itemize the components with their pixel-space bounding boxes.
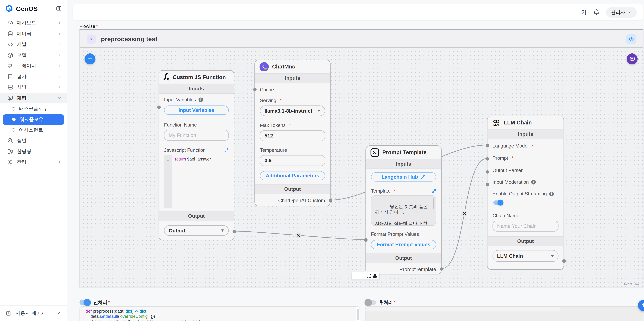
preprocess-label: 전처리* xyxy=(94,299,110,306)
sidebar-item-workflow[interactable]: 워크플로우 xyxy=(3,114,64,125)
expand-icon[interactable] xyxy=(224,148,229,152)
input-variables-button[interactable]: Input Variables xyxy=(164,105,229,115)
info-icon: i xyxy=(549,191,554,196)
preprocess-toggle[interactable] xyxy=(80,300,90,305)
node-prompt-template[interactable]: Prompt Template Inputs Langchain Hub Tem… xyxy=(366,145,442,274)
output-streaming-toggle[interactable] xyxy=(493,201,502,205)
profile-menu-button[interactable]: 관리자 xyxy=(606,7,637,17)
sidebar-item-taskflow[interactable]: 태스크플로우 xyxy=(0,103,67,114)
cache-label: Cache xyxy=(260,87,274,92)
template-textarea[interactable]: 당신은 챗봇의 품질 평가자 입니다. 사용자의 질문에 얼마나 친절하게 논리… xyxy=(371,195,436,226)
preprocess-code-editor[interactable]: def preprocess(data: dict) -> dict: data… xyxy=(80,306,360,321)
react-flow-attribution: React Flow xyxy=(624,282,639,285)
langchain-hub-button[interactable]: Langchain Hub xyxy=(371,172,436,182)
sidebar-item-label: 평가 xyxy=(17,73,26,80)
sidebar-item-label: 개발 xyxy=(17,41,26,48)
back-button[interactable] xyxy=(87,34,96,43)
node-chatmnc[interactable]: ChatMnc Inputs Cache Serving * llama3.1-… xyxy=(254,60,331,206)
sidebar-item-approval[interactable]: 승인 xyxy=(0,135,67,146)
external-link-icon xyxy=(56,311,61,316)
temperature-input[interactable]: 0.9 xyxy=(260,155,325,166)
flow-editor-card: preprocessing test xyxy=(80,29,644,288)
enable-output-streaming-label: Enable Output Streaming xyxy=(492,191,547,196)
llm-chain-output-value: LLM Chain xyxy=(497,253,523,259)
edge-delete-button[interactable] xyxy=(461,210,468,217)
inputs-section-header: Inputs xyxy=(159,84,234,94)
sidebar-item-serving[interactable]: 서빙 xyxy=(0,82,67,93)
chevron-down-icon xyxy=(221,230,224,232)
sidebar-item-assistant[interactable]: 어시스턴트 xyxy=(0,125,67,135)
sidebar-item-dashboard[interactable]: 대시보드 xyxy=(0,18,67,28)
toggle-knob xyxy=(84,299,91,306)
function-name-input[interactable]: My Function xyxy=(164,130,229,141)
add-node-button[interactable] xyxy=(84,53,96,64)
dev-icon xyxy=(7,41,14,48)
node-title: ChatMnc xyxy=(272,63,295,70)
js-code-editor[interactable]: 1 return $api_answer xyxy=(164,155,229,208)
sidebar-item-label: 할당량 xyxy=(17,148,32,155)
output-parser-label: Output Parser xyxy=(492,168,523,173)
sidebar-footer-user-page[interactable]: 사용자 페이지 xyxy=(0,305,67,321)
chat-button[interactable] xyxy=(626,53,638,64)
notifications-bell-icon[interactable] xyxy=(593,9,600,15)
expand-icon[interactable] xyxy=(432,188,436,193)
sidebar-item-chat[interactable]: 채팅 xyxy=(0,93,67,103)
output-select[interactable]: Output xyxy=(164,225,229,236)
output-section-header: Output xyxy=(488,236,564,246)
llm-chain-output-select[interactable]: LLM Chain xyxy=(492,250,558,262)
sidebar-item-quota[interactable]: 할당량 xyxy=(0,146,67,157)
prompt-template-icon xyxy=(370,148,379,157)
max-tokens-input[interactable]: 512 xyxy=(260,130,325,141)
serving-icon xyxy=(7,84,14,91)
fit-view-button[interactable] xyxy=(366,274,371,278)
additional-parameters-button[interactable]: Additional Parameters xyxy=(260,171,325,180)
inputs-section-header: Inputs xyxy=(488,129,564,139)
edge-delete-button[interactable] xyxy=(295,232,302,239)
postprocess-toggle[interactable] xyxy=(365,300,376,305)
input-variables-button-label: Input Variables xyxy=(178,107,214,113)
approval-icon xyxy=(7,137,14,144)
user-page-icon xyxy=(6,310,12,317)
node-llm-chain[interactable]: LLM LLM Chain Inputs Language Model * Pr… xyxy=(487,116,564,270)
temperature-label: Temperature xyxy=(260,147,287,153)
code-scrollbar[interactable] xyxy=(356,307,360,321)
max-tokens-value: 512 xyxy=(264,133,273,139)
required-asterisk: * xyxy=(209,147,211,153)
inputs-section-header: Inputs xyxy=(366,159,441,169)
font-size-button[interactable]: 가 xyxy=(581,8,587,16)
brand-name: GenOS xyxy=(16,5,38,12)
sidebar-collapse-icon[interactable] xyxy=(56,5,62,11)
zoom-out-button[interactable] xyxy=(360,274,365,278)
output-handle-llm-chain[interactable] xyxy=(562,259,566,263)
serving-select[interactable]: llama3.1-8b-instruct xyxy=(260,105,325,116)
lock-button[interactable] xyxy=(372,274,377,278)
sidebar-item-dev[interactable]: 개발 xyxy=(0,39,67,50)
chevron-right-icon xyxy=(58,160,61,164)
format-prompt-values-button[interactable]: Format Prompt Values xyxy=(371,240,436,249)
input-variables-label: Input Variables xyxy=(164,97,196,102)
postprocess-code-editor[interactable] xyxy=(365,306,644,321)
sidebar-item-trainer[interactable]: 트레이너 xyxy=(0,60,67,71)
chevron-right-icon xyxy=(58,64,61,68)
required-asterisk: * xyxy=(96,23,98,28)
admin-icon xyxy=(7,159,14,165)
output-section-header: Output xyxy=(159,211,234,221)
preprocess-code: def preprocess(data: dict) -> dict: data… xyxy=(80,307,360,321)
chevron-right-icon xyxy=(58,32,61,35)
toggle-knob xyxy=(498,200,504,206)
info-icon: i xyxy=(198,97,203,102)
chevron-right-icon xyxy=(58,150,61,153)
sidebar-item-admin[interactable]: 관리 xyxy=(0,157,67,167)
sidebar-item-eval[interactable]: 평가 xyxy=(0,71,67,82)
flow-canvas[interactable]: ƒx Custom JS Function Inputs Input Varia… xyxy=(80,48,643,288)
view-code-button[interactable] xyxy=(626,34,636,44)
language-model-label: Language Model xyxy=(492,143,528,148)
sidebar-item-model[interactable]: 모델 xyxy=(0,50,67,60)
node-custom-js-function[interactable]: ƒx Custom JS Function Inputs Input Varia… xyxy=(158,70,234,240)
llm-icon-caption: LLM xyxy=(493,124,499,126)
sidebar-item-data[interactable]: 데이터 xyxy=(0,28,67,39)
chain-name-input[interactable]: Name Your Chain xyxy=(492,221,558,232)
textarea-scrollbar[interactable] xyxy=(433,198,434,209)
zoom-in-button[interactable] xyxy=(354,274,358,278)
trainer-icon xyxy=(7,62,14,69)
